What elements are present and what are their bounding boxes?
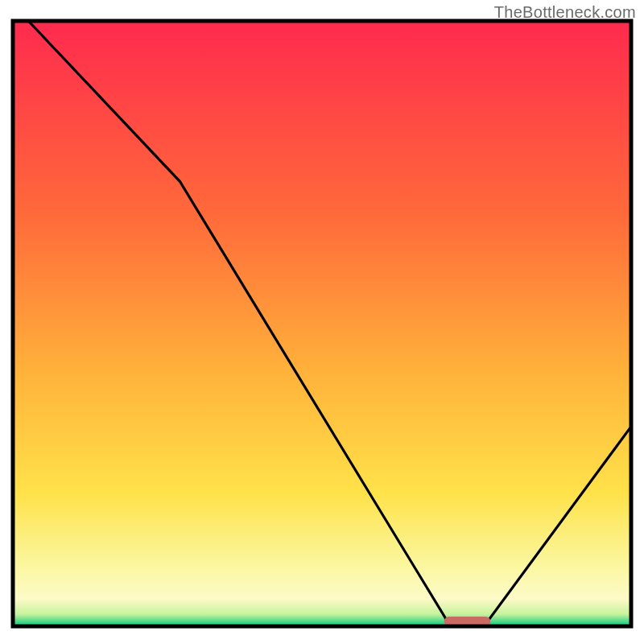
chart-svg [0,0,644,644]
chart-stage: TheBottleneck.com [0,0,644,644]
plot-background [13,21,631,626]
